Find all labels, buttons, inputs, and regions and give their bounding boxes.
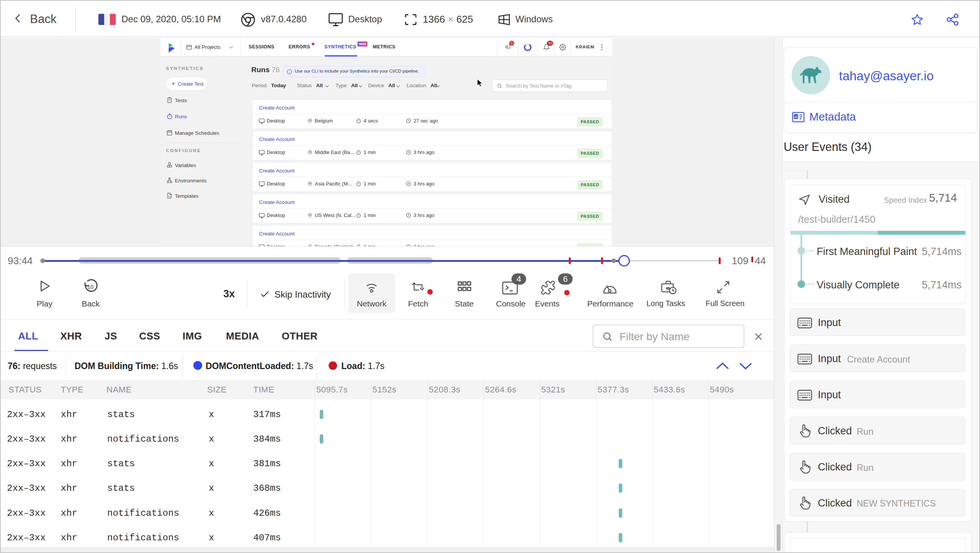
svg-text:10: 10 xyxy=(87,284,93,290)
